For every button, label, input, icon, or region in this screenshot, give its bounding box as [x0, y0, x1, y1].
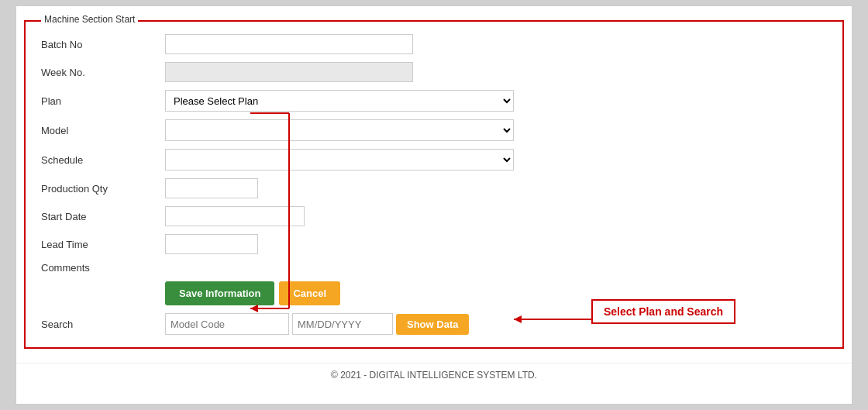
week-no-input[interactable] — [165, 62, 413, 82]
search-label: Search — [41, 319, 165, 330]
plan-select[interactable]: Please Select Plan — [165, 90, 514, 112]
cancel-button[interactable]: Cancel — [279, 281, 340, 305]
footer-text: © 2021 - DIGITAL INTELLIGENCE SYSTEM LTD… — [331, 370, 537, 381]
model-row: Model — [41, 119, 827, 141]
section-title: Machine Section Start — [41, 14, 138, 25]
show-data-button[interactable]: Show Data — [396, 314, 469, 335]
comments-label: Comments — [41, 262, 165, 274]
lead-time-row: Lead Time — [41, 234, 827, 254]
model-select[interactable] — [165, 119, 514, 141]
lead-time-label: Lead Time — [41, 239, 165, 250]
schedule-label: Schedule — [41, 154, 165, 166]
batch-no-row: Batch No — [41, 34, 827, 54]
production-qty-row: Production Qty — [41, 178, 827, 198]
model-label: Model — [41, 125, 165, 136]
date-search-input[interactable] — [292, 313, 393, 335]
production-qty-label: Production Qty — [41, 183, 165, 195]
model-code-input[interactable] — [165, 313, 289, 335]
svg-marker-3 — [250, 305, 258, 312]
start-date-row: Start Date — [41, 206, 827, 226]
schedule-row: Schedule — [41, 149, 827, 171]
batch-no-input[interactable] — [165, 34, 413, 54]
form-section: Machine Section Start Batch No Week No. … — [24, 20, 844, 349]
schedule-select[interactable] — [165, 149, 514, 171]
callout-text: Select Plan and Search — [604, 305, 723, 318]
week-no-row: Week No. — [41, 62, 827, 82]
start-date-input[interactable] — [165, 206, 305, 226]
annotation-callout: Select Plan and Search — [591, 299, 735, 324]
week-no-label: Week No. — [41, 67, 165, 78]
save-button[interactable]: Save Information — [165, 281, 274, 305]
start-date-label: Start Date — [41, 211, 165, 222]
lead-time-input[interactable] — [165, 234, 258, 254]
production-qty-input[interactable] — [165, 178, 258, 198]
comments-row: Comments — [41, 262, 827, 274]
batch-no-label: Batch No — [41, 39, 165, 50]
plan-row: Plan Please Select Plan — [41, 90, 827, 112]
footer: © 2021 - DIGITAL INTELLIGENCE SYSTEM LTD… — [16, 363, 852, 381]
plan-label: Plan — [41, 95, 165, 107]
